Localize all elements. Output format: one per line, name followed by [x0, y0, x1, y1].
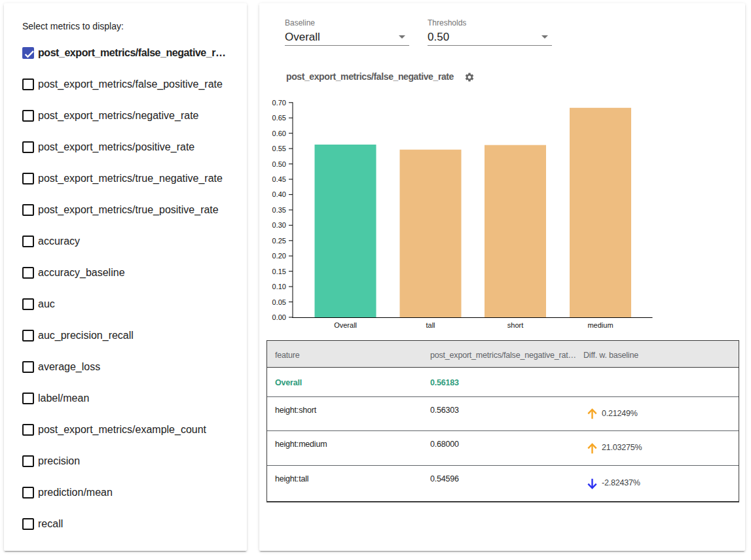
svg-text:0.30: 0.30 — [272, 221, 286, 229]
svg-text:0.70: 0.70 — [272, 99, 286, 107]
svg-text:0.65: 0.65 — [272, 114, 286, 122]
svg-text:0.05: 0.05 — [272, 298, 286, 306]
svg-text:0.45: 0.45 — [272, 175, 286, 183]
svg-text:short: short — [507, 321, 523, 329]
svg-text:0.20: 0.20 — [272, 252, 286, 260]
svg-text:0.40: 0.40 — [272, 190, 286, 198]
svg-text:0.60: 0.60 — [272, 130, 286, 137]
svg-text:0.15: 0.15 — [272, 268, 286, 275]
svg-text:0.10: 0.10 — [272, 283, 286, 290]
svg-text:0.00: 0.00 — [272, 313, 286, 321]
svg-text:0.35: 0.35 — [272, 206, 286, 214]
svg-text:0.25: 0.25 — [272, 237, 286, 245]
svg-text:medium: medium — [587, 321, 613, 329]
svg-text:Overall: Overall — [334, 321, 357, 329]
svg-text:tall: tall — [426, 321, 435, 329]
svg-text:0.55: 0.55 — [272, 145, 286, 152]
svg-text:0.50: 0.50 — [272, 160, 286, 168]
